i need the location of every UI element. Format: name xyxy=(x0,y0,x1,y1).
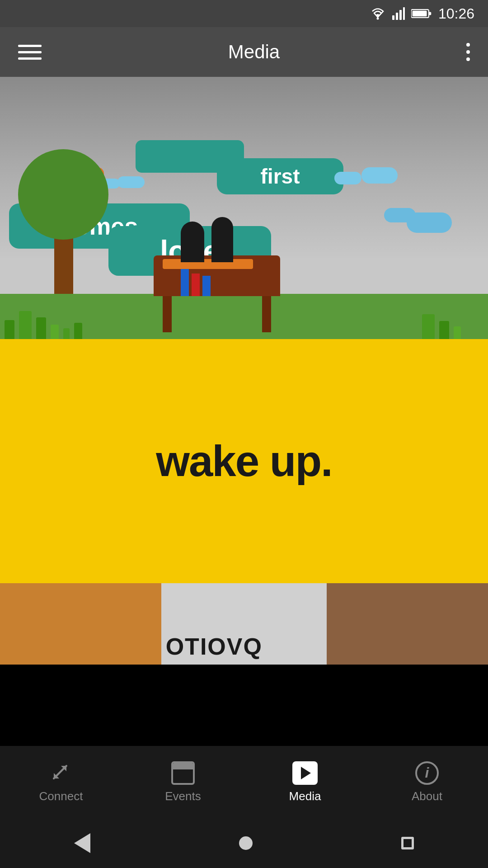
svg-rect-7 xyxy=(413,11,427,16)
about-icon: i xyxy=(415,761,439,785)
svg-point-0 xyxy=(376,18,379,20)
nav-label-events: Events xyxy=(165,789,201,803)
svg-rect-6 xyxy=(429,12,431,15)
signal-icon xyxy=(392,7,405,20)
thumbnail-brown[interactable] xyxy=(327,583,488,665)
home-button[interactable] xyxy=(239,836,253,850)
small-tree-1 xyxy=(5,320,14,339)
hamburger-button[interactable] xyxy=(18,45,42,60)
thumbnail-orange[interactable] xyxy=(0,583,161,665)
small-tree-right-3 xyxy=(454,326,461,339)
small-tree-6 xyxy=(74,323,82,339)
small-tree-5 xyxy=(63,328,70,339)
cloud-1 xyxy=(361,167,398,184)
events-icon xyxy=(171,761,195,785)
nav-item-about[interactable]: i About xyxy=(366,761,488,803)
thumbnail-gray-text: OTIOVQ xyxy=(166,633,263,660)
small-tree-right-1 xyxy=(422,314,435,339)
nav-item-events[interactable]: Events xyxy=(122,761,244,803)
bubble-first: first xyxy=(217,158,343,194)
bottom-nav: Connect Events Media i About xyxy=(0,746,488,818)
svg-rect-1 xyxy=(392,15,394,20)
nav-item-connect[interactable]: Connect xyxy=(0,761,122,803)
nav-item-media[interactable]: Media xyxy=(244,761,366,803)
app-title: Media xyxy=(60,41,448,63)
nav-label-media: Media xyxy=(289,789,321,803)
tree-foliage xyxy=(18,149,108,240)
ground xyxy=(0,294,488,339)
app-bar: Media xyxy=(0,27,488,77)
status-icons: 10:26 xyxy=(370,5,474,22)
svg-rect-2 xyxy=(396,13,398,20)
yellow-card-text: wake up. xyxy=(156,436,332,486)
thumbnail-gray[interactable]: OTIOVQ xyxy=(161,583,327,665)
wifi-icon xyxy=(370,7,386,20)
connect-icon xyxy=(49,761,73,785)
figure-right xyxy=(211,217,233,262)
yellow-card: wake up. xyxy=(0,339,488,583)
bench-cushion xyxy=(163,259,253,269)
thumbnail-row[interactable]: OTIOVQ xyxy=(0,583,488,665)
cloud-4 xyxy=(384,208,416,222)
status-bar: 10:26 xyxy=(0,0,488,27)
hero-image[interactable]: first comes love xyxy=(0,77,488,339)
svg-rect-4 xyxy=(403,7,405,20)
cloud-5 xyxy=(117,176,145,188)
back-button[interactable] xyxy=(74,833,90,853)
cloud-2 xyxy=(334,172,361,184)
nav-label-connect: Connect xyxy=(39,789,83,803)
system-nav xyxy=(0,818,488,868)
small-tree-3 xyxy=(36,317,46,339)
nav-label-about: About xyxy=(412,789,442,803)
media-icon xyxy=(292,761,318,785)
small-tree-2 xyxy=(19,311,32,339)
small-tree-4 xyxy=(51,325,59,339)
small-tree-right-2 xyxy=(439,321,449,339)
status-time: 10:26 xyxy=(438,5,474,22)
svg-rect-3 xyxy=(399,10,402,20)
more-options-button[interactable] xyxy=(466,43,470,61)
scene-illustration: first comes love xyxy=(0,77,488,339)
recents-button[interactable] xyxy=(401,837,414,849)
figure-left xyxy=(181,222,204,262)
battery-icon xyxy=(411,8,432,19)
